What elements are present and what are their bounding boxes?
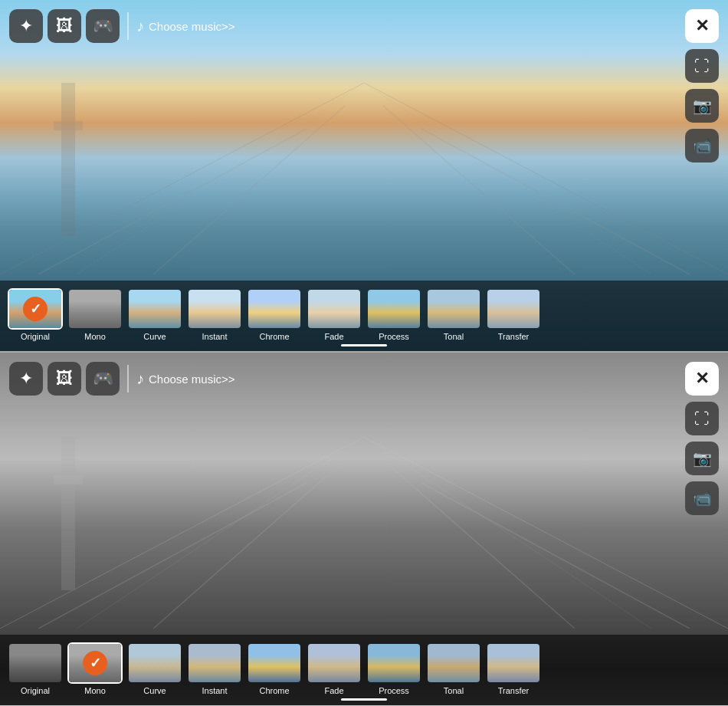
- bottom-music-text: Choose music>>: [149, 373, 235, 386]
- bottom-filter-process-preview: [368, 644, 420, 682]
- bottom-filter-process-thumb: [366, 642, 421, 684]
- bottom-filter-chrome-preview: [248, 644, 300, 682]
- game-button[interactable]: 🎮: [86, 9, 120, 43]
- bottom-camera-icon: 📷: [693, 449, 712, 468]
- bottom-magic-button[interactable]: ✦: [9, 362, 43, 396]
- bottom-filter-fade-preview: [308, 644, 360, 682]
- toolbar-divider: [127, 12, 129, 40]
- bottom-filter-mono-label: Mono: [84, 686, 106, 695]
- music-button[interactable]: ♪ Choose music>>: [136, 18, 235, 35]
- top-filter-strip: ✓ Original Mono Curve: [0, 281, 728, 351]
- filter-original[interactable]: ✓ Original: [8, 288, 63, 341]
- filter-curve-thumb: [127, 288, 182, 330]
- filter-transfer-preview: [487, 290, 539, 328]
- bottom-filter-instant-thumb: [187, 642, 242, 684]
- scroll-indicator-top: [341, 344, 387, 346]
- video-button[interactable]: 📹: [685, 129, 719, 163]
- video-icon: 📹: [693, 136, 712, 155]
- bottom-filter-instant-preview: [189, 644, 241, 682]
- bottom-filter-tonal-thumb: [426, 642, 481, 684]
- game-icon: 🎮: [93, 16, 113, 36]
- filter-mono[interactable]: Mono: [67, 288, 123, 341]
- bottom-close-button[interactable]: ✕: [685, 362, 719, 396]
- magic-icon: ✦: [19, 16, 33, 36]
- music-icon: ♪: [136, 18, 144, 35]
- filter-curve[interactable]: Curve: [127, 288, 182, 341]
- bottom-filter-process[interactable]: Process: [366, 642, 421, 695]
- filter-instant-thumb: [187, 288, 242, 330]
- bottom-filter-curve-thumb: [127, 642, 182, 684]
- filter-process-preview: [368, 290, 420, 328]
- bottom-filter-instant-label: Instant: [202, 686, 227, 695]
- top-right-buttons: ✕ ⛶ 📷 📹: [685, 9, 719, 163]
- bottom-photo-button[interactable]: 🖼: [48, 362, 81, 396]
- bottom-game-icon: 🎮: [93, 369, 113, 389]
- filter-process[interactable]: Process: [366, 288, 421, 341]
- photo-button[interactable]: 🖼: [48, 9, 81, 43]
- bottom-filter-transfer-thumb: [486, 642, 541, 684]
- bottom-filter-fade[interactable]: Fade: [307, 642, 362, 695]
- bottom-magic-icon: ✦: [19, 369, 33, 389]
- filter-process-thumb: [366, 288, 421, 330]
- bottom-filter-transfer-preview: [487, 644, 539, 682]
- filter-chrome[interactable]: Chrome: [247, 288, 302, 341]
- filter-original-preview: ✓: [9, 290, 61, 328]
- filter-original-thumb: ✓: [8, 288, 63, 330]
- filter-tonal-label: Tonal: [444, 332, 464, 341]
- filter-mono-thumb: [67, 288, 123, 330]
- photo-icon: 🖼: [56, 16, 73, 36]
- top-panel: ✦ 🖼 🎮 ♪ Choose music>> ✕ ⛶ 📷 📹: [0, 0, 728, 353]
- bottom-panel: ✦ 🖼 🎮 ♪ Choose music>> ✕ ⛶ 📷 📹: [0, 353, 728, 705]
- filter-fade[interactable]: Fade: [307, 288, 362, 341]
- filter-mono-preview: [69, 290, 121, 328]
- filter-chrome-label: Chrome: [259, 332, 289, 341]
- filter-curve-label: Curve: [143, 332, 166, 341]
- bottom-video-icon: 📹: [693, 489, 712, 507]
- bottom-right-buttons: ✕ ⛶ 📷 📹: [685, 362, 719, 515]
- camera-button[interactable]: 📷: [685, 89, 719, 123]
- filter-instant-preview: [189, 290, 241, 328]
- bottom-crop-button[interactable]: ⛶: [685, 402, 719, 435]
- bottom-video-button[interactable]: 📹: [685, 481, 719, 515]
- filter-chrome-preview: [248, 290, 300, 328]
- filter-chrome-thumb: [247, 288, 302, 330]
- filter-tonal[interactable]: Tonal: [426, 288, 481, 341]
- bottom-filter-tonal[interactable]: Tonal: [426, 642, 481, 695]
- bottom-close-icon: ✕: [695, 369, 709, 389]
- bottom-filter-chrome-thumb: [247, 642, 302, 684]
- filter-transfer[interactable]: Transfer: [486, 288, 541, 341]
- bottom-filter-original[interactable]: Original: [8, 642, 63, 695]
- bottom-filter-instant[interactable]: Instant: [187, 642, 242, 695]
- bottom-music-button[interactable]: ♪ Choose music>>: [136, 370, 235, 388]
- bottom-filter-curve[interactable]: Curve: [127, 642, 182, 695]
- bottom-filter-tonal-preview: [428, 644, 480, 682]
- music-text: Choose music>>: [149, 20, 235, 33]
- bottom-toolbar-divider: [127, 365, 129, 392]
- bottom-filter-chrome[interactable]: Chrome: [247, 642, 302, 695]
- filter-tonal-preview: [428, 290, 480, 328]
- bottom-filter-original-thumb: [8, 642, 63, 684]
- filter-original-label: Original: [21, 332, 50, 341]
- bottom-filter-transfer[interactable]: Transfer: [486, 642, 541, 695]
- bottom-game-button[interactable]: 🎮: [86, 362, 120, 396]
- close-icon: ✕: [695, 16, 709, 36]
- bottom-photo-icon: 🖼: [56, 369, 73, 389]
- filter-instant[interactable]: Instant: [187, 288, 242, 341]
- bottom-toolbar: ✦ 🖼 🎮 ♪ Choose music>>: [9, 362, 235, 396]
- bottom-filter-strip: Original ✓ Mono Curve: [0, 635, 728, 705]
- close-button[interactable]: ✕: [685, 9, 719, 43]
- filter-instant-label: Instant: [202, 332, 227, 341]
- bottom-camera-button[interactable]: 📷: [685, 442, 719, 475]
- bottom-filter-mono[interactable]: ✓ Mono: [67, 642, 123, 695]
- bottom-filter-mono-preview: ✓: [69, 644, 121, 682]
- scroll-indicator-bottom: [341, 698, 387, 701]
- crop-button[interactable]: ⛶: [685, 49, 719, 83]
- bottom-filter-fade-thumb: [307, 642, 362, 684]
- bottom-filter-tonal-label: Tonal: [444, 686, 464, 695]
- magic-button[interactable]: ✦: [9, 9, 43, 43]
- bottom-filter-list: Original ✓ Mono Curve: [8, 642, 720, 695]
- bottom-crop-icon: ⛶: [694, 410, 710, 428]
- bottom-filter-process-label: Process: [379, 686, 409, 695]
- bottom-filter-fade-label: Fade: [324, 686, 343, 695]
- top-toolbar: ✦ 🖼 🎮 ♪ Choose music>>: [9, 9, 235, 43]
